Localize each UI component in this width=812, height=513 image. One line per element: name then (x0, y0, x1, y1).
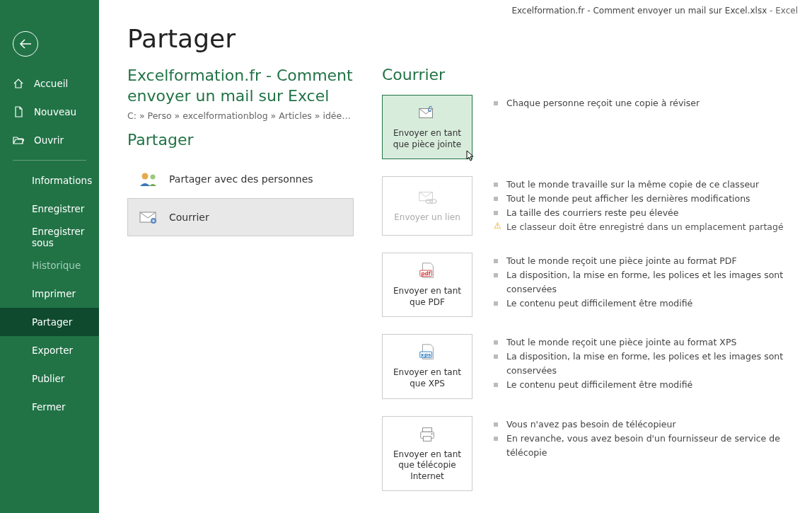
nav-export[interactable]: Exporter (0, 336, 99, 364)
nav-label: Nouveau (34, 106, 76, 117)
title-app: Excel (775, 6, 798, 16)
title-bar: Excelformation.fr - Comment envoyer un m… (511, 6, 798, 16)
svg-point-7 (430, 200, 436, 204)
courier-desc: Tout le monde travaille sur la même copi… (494, 178, 784, 234)
courier-row-attachment: Envoyer en tant que pièce jointe Chaque … (382, 95, 791, 159)
document-path: C: » Perso » excelformationblog » Articl… (127, 110, 354, 121)
nav-publish[interactable]: Publier (0, 364, 99, 393)
send-as-pdf-button[interactable]: pdf Envoyer en tant que PDF (382, 253, 472, 317)
share-opt-label: Courrier (169, 212, 209, 223)
nav-label: Historique (32, 260, 81, 271)
envelope-icon (138, 208, 159, 226)
document-title: Excelformation.fr - Comment envoyer un m… (127, 66, 354, 106)
courier-row-pdf: pdf Envoyer en tant que PDF Tout le mond… (382, 253, 791, 317)
envelope-link-icon (417, 188, 437, 207)
people-icon (138, 170, 159, 188)
share-courrier[interactable]: Courrier (127, 198, 354, 236)
nav-new[interactable]: Nouveau (0, 98, 99, 126)
page-title: Partager (127, 24, 791, 53)
send-link-button: Envoyer un lien (382, 176, 472, 236)
svg-rect-12 (422, 427, 431, 432)
nav-open[interactable]: Ouvrir (0, 126, 99, 154)
share-left-column: Excelformation.fr - Comment envoyer un m… (127, 66, 354, 508)
cursor-icon (466, 150, 476, 163)
button-label: Envoyer en tant que pièce jointe (388, 128, 466, 150)
xps-file-icon: xps (417, 343, 437, 362)
nav-save[interactable]: Enregistrer (0, 195, 99, 223)
nav-close[interactable]: Fermer (0, 393, 99, 421)
nav-label: Exporter (32, 345, 73, 356)
courier-desc: Tout le monde reçoit une pièce jointe au… (494, 254, 791, 311)
nav-label: Accueil (34, 78, 68, 89)
svg-text:xps: xps (421, 352, 431, 358)
home-icon (13, 78, 24, 89)
courier-row-fax: Envoyer en tant que télécopie Internet V… (382, 416, 791, 492)
courier-title: Courrier (382, 66, 791, 83)
backstage-sidebar: Accueil Nouveau Ouvrir Informations Enre… (0, 0, 99, 513)
courier-panel: Courrier Envoyer en tant que pièce joint… (382, 66, 791, 508)
nav-label: Fermer (32, 401, 66, 413)
fax-icon (417, 425, 437, 444)
svg-point-1 (151, 175, 156, 180)
nav-history: Historique (0, 251, 99, 279)
share-opt-label: Partager avec des personnes (169, 173, 313, 185)
pdf-file-icon: pdf (417, 262, 437, 280)
main-panel: Excelformation.fr - Comment envoyer un m… (99, 0, 812, 513)
nav-label: Imprimer (32, 288, 76, 299)
nav-label: Publier (32, 373, 64, 384)
share-with-people[interactable]: Partager avec des personnes (127, 160, 354, 198)
courier-row-xps: xps Envoyer en tant que XPS Tout le mond… (382, 334, 791, 398)
share-section-title: Partager (127, 131, 354, 149)
envelope-attach-icon (417, 104, 437, 122)
button-label: Envoyer en tant que télécopie Internet (388, 449, 466, 483)
nav-divider (13, 160, 86, 161)
nav-label: Partager (32, 316, 72, 328)
svg-text:pdf: pdf (421, 270, 431, 277)
file-new-icon (13, 106, 24, 117)
courier-row-link: Envoyer un lien Tout le monde travaille … (382, 176, 791, 236)
svg-point-0 (142, 173, 149, 180)
courier-desc: Vous n'avez pas besoin de télécopieur En… (494, 417, 791, 460)
back-button[interactable] (13, 31, 38, 57)
nav-label: Enregistrer sous (32, 226, 99, 248)
button-label: Envoyer en tant que PDF (388, 286, 466, 308)
nav-home[interactable]: Accueil (0, 69, 99, 98)
button-label: Envoyer en tant que XPS (388, 367, 466, 389)
courier-desc: Chaque personne reçoit une copie à révis… (494, 96, 700, 110)
svg-rect-14 (423, 436, 431, 441)
send-as-attachment-button[interactable]: Envoyer en tant que pièce jointe (382, 95, 472, 159)
send-as-fax-button[interactable]: Envoyer en tant que télécopie Internet (382, 416, 472, 492)
nav-share[interactable]: Partager (0, 308, 99, 336)
svg-point-15 (431, 433, 432, 434)
button-label: Envoyer un lien (394, 212, 460, 224)
nav-info[interactable]: Informations (0, 166, 99, 195)
send-as-xps-button[interactable]: xps Envoyer en tant que XPS (382, 334, 472, 398)
courier-desc: Tout le monde reçoit une pièce jointe au… (494, 335, 791, 392)
nav-label: Enregistrer (32, 203, 84, 214)
title-document: Excelformation.fr - Comment envoyer un m… (511, 6, 767, 16)
folder-open-icon (13, 134, 24, 146)
nav-saveas[interactable]: Enregistrer sous (0, 223, 99, 251)
nav-label: Informations (32, 175, 92, 186)
nav-label: Ouvrir (34, 134, 64, 146)
nav-print[interactable]: Imprimer (0, 279, 99, 308)
